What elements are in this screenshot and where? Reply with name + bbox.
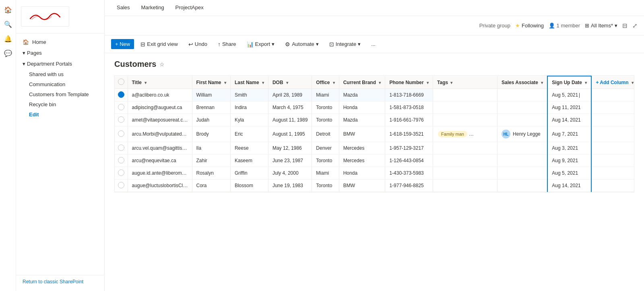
cell-sign-up-date[interactable]: Aug 9, 2021 — [547, 155, 591, 167]
th-phone-number[interactable]: Phone Number ▾ — [385, 76, 433, 89]
cell-sign-up-date[interactable]: Aug 7, 2021 — [547, 126, 591, 142]
cell-phone_number[interactable]: 1-977-946-8825 — [385, 180, 433, 192]
cell-first_name[interactable]: Judah — [192, 114, 230, 126]
cell-last_name[interactable]: Smith — [230, 89, 268, 101]
sidebar-item-communication[interactable]: Communication — [16, 79, 104, 89]
filter-button[interactable]: ⊟ — [622, 22, 627, 29]
cell-first_name[interactable]: Rosalyn — [192, 167, 230, 180]
row-checkbox-cell[interactable] — [115, 167, 128, 180]
cell-title[interactable]: augue.id.ante@liberomaurisaliquam.co.uk — [128, 167, 192, 180]
row-checkbox[interactable] — [118, 157, 124, 163]
cell-office[interactable]: Toronto — [312, 180, 339, 192]
cell-dob[interactable]: March 4, 1975 — [268, 101, 312, 114]
row-checkbox-cell[interactable] — [115, 114, 128, 126]
row-checkbox-cell[interactable] — [115, 155, 128, 167]
sidebar-dept-portals-header[interactable]: ▾ Department Portals — [16, 58, 104, 69]
th-current-brand[interactable]: Current Brand ▾ — [339, 76, 385, 89]
th-title[interactable]: Title ▾ — [128, 76, 192, 89]
row-checkbox-cell[interactable] — [115, 101, 128, 114]
share-button[interactable]: ↑ Share — [214, 39, 240, 50]
cell-phone_number[interactable]: 1-813-718-6669 — [385, 89, 433, 101]
cell-sales-associate[interactable] — [497, 101, 548, 114]
nav-item-marketing[interactable]: Marketing — [136, 0, 170, 15]
cell-sign-up-date[interactable]: Aug 5, 2021 — [547, 167, 591, 180]
cell-office[interactable]: Toronto — [312, 155, 339, 167]
row-checkbox-cell[interactable] — [115, 126, 128, 142]
cell-title[interactable]: amet@vitaeposuereat.com — [128, 114, 192, 126]
following-button[interactable]: ★ Following — [515, 23, 544, 29]
cell-last_name[interactable]: Kaseem — [230, 155, 268, 167]
return-classic-link[interactable]: Return to classic SharePoint — [23, 279, 83, 285]
cell-phone_number[interactable]: 1-126-443-0854 — [385, 155, 433, 167]
cell-sign-up-date[interactable]: Aug 5, 2021| — [547, 89, 591, 101]
cell-sales-associate[interactable] — [497, 180, 548, 192]
cell-last_name[interactable]: Blossom — [230, 180, 268, 192]
th-tags[interactable]: Tags ▾ — [433, 76, 497, 89]
cell-dob[interactable]: August 1, 1995 — [268, 126, 312, 142]
th-office[interactable]: Office ▾ — [312, 76, 339, 89]
cell-title[interactable]: arcu.Morbi@vulputateduinec.edu — [128, 126, 192, 142]
cell-last_name[interactable]: Griffin — [230, 167, 268, 180]
row-checkbox[interactable] — [118, 144, 124, 151]
cell-office[interactable]: Denver — [312, 142, 339, 155]
cell-sales-associate[interactable] — [497, 114, 548, 126]
cell-last_name[interactable]: Eric — [230, 126, 268, 142]
search-nav-icon[interactable]: 🔍 — [2, 18, 14, 31]
th-last-name[interactable]: Last Name ▾ — [230, 76, 268, 89]
cell-current_brand[interactable]: Mercedes — [339, 142, 385, 155]
new-button[interactable]: + New — [111, 39, 134, 49]
cell-sales-associate[interactable] — [497, 89, 548, 101]
expand-button[interactable]: ⤢ — [632, 22, 638, 29]
cell-sign-up-date[interactable]: Aug 3, 2021 — [547, 142, 591, 155]
cell-phone_number[interactable]: 1-916-661-7976 — [385, 114, 433, 126]
row-checkbox-cell[interactable] — [115, 142, 128, 155]
cell-title[interactable]: adipiscing@augueut.ca — [128, 101, 192, 114]
cell-dob[interactable]: May 12, 1986 — [268, 142, 312, 155]
bell-nav-icon[interactable]: 🔔 — [2, 32, 14, 45]
undo-button[interactable]: ↩ Undo — [184, 39, 211, 50]
row-checkbox[interactable] — [118, 116, 124, 123]
th-dob[interactable]: DOB ▾ — [268, 76, 312, 89]
cell-first_name[interactable]: Brody — [192, 126, 230, 142]
cell-dob[interactable]: June 23, 1987 — [268, 155, 312, 167]
th-sign-up-date[interactable]: Sign Up Date ▾ — [547, 76, 591, 89]
cell-current_brand[interactable]: Honda — [339, 101, 385, 114]
cell-dob[interactable]: August 11, 1989 — [268, 114, 312, 126]
more-button[interactable]: ... — [367, 39, 380, 49]
cell-first_name[interactable]: Cora — [192, 180, 230, 192]
cell-dob[interactable]: June 19, 1983 — [268, 180, 312, 192]
nav-item-projectapex[interactable]: ProjectApex — [170, 0, 209, 15]
cell-phone_number[interactable]: 1-957-129-3217 — [385, 142, 433, 155]
cell-sign-up-date[interactable]: Aug 14, 2021 — [547, 114, 591, 126]
select-all-header[interactable] — [115, 76, 128, 89]
row-checkbox-cell[interactable] — [115, 180, 128, 192]
row-checkbox-cell[interactable] — [115, 89, 128, 101]
automate-button[interactable]: ⚙ Automate ▾ — [281, 39, 323, 50]
cell-sales-associate[interactable] — [497, 155, 548, 167]
sidebar-item-shared-with-us[interactable]: Shared with us — [16, 69, 104, 79]
cell-tags[interactable] — [433, 180, 497, 192]
cell-tags[interactable] — [433, 167, 497, 180]
cell-current_brand[interactable]: Honda — [339, 167, 385, 180]
cell-tags[interactable] — [433, 142, 497, 155]
export-button[interactable]: 📊 Export ▾ — [243, 39, 279, 50]
cell-office[interactable]: Detroit — [312, 126, 339, 142]
cell-title[interactable]: arcu@nequevitae.ca — [128, 155, 192, 167]
cell-first_name[interactable]: Brennan — [192, 101, 230, 114]
cell-dob[interactable]: April 28, 1989 — [268, 89, 312, 101]
th-first-name[interactable]: First Name ▾ — [192, 76, 230, 89]
cell-last_name[interactable]: Reese — [230, 142, 268, 155]
cell-current_brand[interactable]: Mazda — [339, 89, 385, 101]
cell-tags[interactable]: Family manLooking to... — [433, 126, 497, 142]
nav-item-sales[interactable]: Sales — [111, 0, 136, 15]
cell-current_brand[interactable]: BMW — [339, 126, 385, 142]
cell-office[interactable]: Toronto — [312, 101, 339, 114]
cell-sales-associate[interactable] — [497, 142, 548, 155]
sidebar-pages-header[interactable]: ▾ Pages — [16, 47, 104, 58]
th-sales-associate[interactable]: Sales Associate ▾ — [497, 76, 548, 89]
sidebar-item-recycle-bin[interactable]: Recycle bin — [16, 99, 104, 109]
row-checkbox[interactable] — [118, 169, 124, 176]
cell-tags[interactable] — [433, 89, 497, 101]
cell-last_name[interactable]: Indira — [230, 101, 268, 114]
integrate-button[interactable]: ⊡ Integrate ▾ — [325, 39, 365, 50]
